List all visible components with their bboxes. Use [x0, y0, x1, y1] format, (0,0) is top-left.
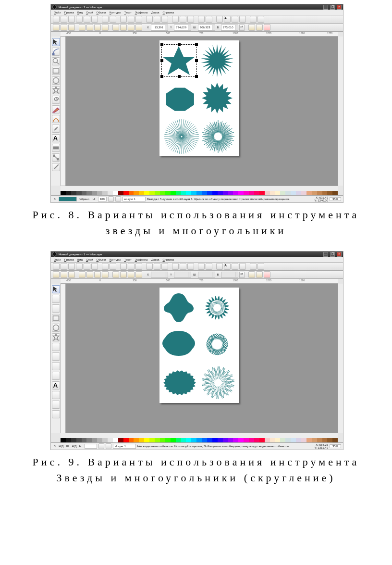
swatch[interactable] [191, 191, 196, 195]
deselect-icon[interactable] [68, 271, 75, 278]
fill-dialog-icon[interactable] [216, 16, 223, 23]
minimize-button[interactable]: — [323, 252, 328, 257]
canvas[interactable] [66, 284, 338, 433]
swatch[interactable] [181, 438, 186, 442]
swatch[interactable] [218, 438, 223, 442]
swatch[interactable] [291, 438, 296, 442]
swatch[interactable] [212, 438, 218, 442]
opacity-input[interactable]: 100 [98, 197, 107, 201]
docprops-icon[interactable] [257, 263, 264, 270]
star-tool-icon[interactable] [52, 86, 60, 94]
swatch[interactable] [134, 438, 139, 442]
paste-icon[interactable] [128, 263, 135, 270]
spiral-tool-icon[interactable] [52, 96, 60, 104]
menu-file[interactable]: Файл [54, 11, 61, 14]
swatch[interactable] [71, 438, 76, 442]
swatch[interactable] [259, 191, 265, 195]
opacity-input[interactable] [85, 444, 97, 449]
layer-lock-icon[interactable] [98, 443, 104, 449]
lower-icon[interactable] [120, 24, 127, 31]
swatch[interactable] [249, 438, 254, 442]
scrollbar-horizontal[interactable] [61, 433, 338, 438]
connector-tool-icon[interactable] [52, 153, 60, 162]
swatch[interactable] [92, 438, 97, 442]
zoom-sel-icon[interactable] [146, 16, 153, 23]
lock-h-icon[interactable] [256, 24, 263, 31]
zoom-page-icon[interactable] [161, 16, 168, 23]
undo-icon[interactable] [102, 16, 109, 23]
swatch[interactable] [123, 438, 129, 442]
scrollbar-vertical[interactable] [338, 37, 343, 186]
swatch[interactable] [97, 191, 102, 195]
swatch[interactable] [129, 438, 134, 442]
selector-tool-icon[interactable] [52, 285, 60, 293]
swatch[interactable] [280, 438, 285, 442]
menu-board[interactable]: Доска [151, 11, 159, 14]
bezier-tool-icon[interactable] [52, 115, 60, 123]
open-icon[interactable] [61, 16, 67, 23]
save-icon[interactable] [68, 16, 75, 23]
undo-icon[interactable] [102, 263, 109, 270]
swatch[interactable] [296, 191, 301, 195]
rotate-ccw-icon[interactable] [79, 24, 86, 31]
menu-object[interactable]: Объект [97, 11, 106, 14]
swatch[interactable] [218, 191, 223, 195]
open-icon[interactable] [61, 263, 67, 270]
lower-bottom-icon[interactable] [112, 271, 119, 278]
copy-icon[interactable] [120, 16, 127, 23]
swatch[interactable] [129, 191, 134, 195]
swatch[interactable] [171, 438, 176, 442]
swatch[interactable] [82, 438, 87, 442]
swatch[interactable] [259, 438, 265, 442]
fill-dialog-icon[interactable] [216, 263, 223, 270]
swatch[interactable] [265, 438, 270, 442]
swatch[interactable] [196, 191, 202, 195]
group-icon[interactable] [198, 16, 205, 23]
save-icon[interactable] [68, 263, 75, 270]
node-tool-icon[interactable] [52, 295, 60, 303]
swatch[interactable] [186, 191, 191, 195]
swatch[interactable] [322, 438, 328, 442]
raise-icon[interactable] [128, 271, 135, 278]
scrollbar-vertical[interactable] [338, 284, 343, 433]
calligraphy-tool-icon[interactable] [52, 125, 60, 133]
dropper-tool-icon[interactable] [52, 163, 60, 171]
swatch[interactable] [275, 191, 281, 195]
select-all-icon[interactable] [53, 271, 60, 278]
clone-icon[interactable] [180, 16, 186, 23]
menu-edit[interactable]: Правка [64, 258, 74, 261]
unlink-icon[interactable] [187, 263, 194, 270]
redo-icon[interactable] [110, 263, 116, 270]
swatch[interactable] [238, 438, 244, 442]
layer-vis-icon[interactable] [115, 196, 121, 202]
swatch[interactable] [244, 191, 249, 195]
zoom-page-icon[interactable] [161, 263, 168, 270]
star-tool-icon[interactable] [52, 333, 60, 341]
swatch[interactable] [254, 191, 259, 195]
swatch[interactable] [254, 438, 259, 442]
swatch[interactable] [223, 438, 228, 442]
unit-select[interactable]: pt [239, 25, 245, 31]
dropper-tool-icon[interactable] [52, 410, 60, 418]
swatch[interactable] [244, 438, 249, 442]
select-layer-icon[interactable] [61, 271, 67, 278]
swatch[interactable] [102, 191, 108, 195]
swatch[interactable] [181, 191, 186, 195]
menu-effects[interactable]: Эффекты [135, 258, 148, 261]
swatch[interactable] [312, 191, 317, 195]
swatch[interactable] [322, 191, 328, 195]
pencil-tool-icon[interactable] [52, 105, 60, 113]
calligraphy-tool-icon[interactable] [52, 372, 60, 380]
swatch[interactable] [291, 191, 296, 195]
menu-view[interactable]: Вид [77, 258, 83, 261]
swatch[interactable] [223, 191, 228, 195]
swatch[interactable] [66, 191, 71, 195]
zoom-draw-icon[interactable] [154, 263, 160, 270]
print-icon[interactable] [76, 16, 83, 23]
swatch[interactable] [61, 191, 66, 195]
menu-layer[interactable]: Слой [86, 11, 93, 14]
swatch[interactable] [317, 191, 322, 195]
swatch[interactable] [280, 191, 285, 195]
text-dialog-icon[interactable]: A [224, 16, 231, 23]
cut-icon[interactable] [135, 263, 142, 270]
